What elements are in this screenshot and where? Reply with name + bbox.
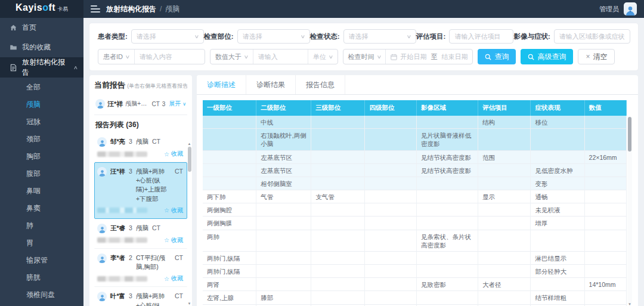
table-cell[interactable] [203, 177, 256, 190]
table-cell[interactable] [585, 203, 627, 217]
table-cell[interactable] [365, 265, 417, 278]
sidebar-subitem-7[interactable]: 鼻窦 [0, 200, 83, 217]
user-name[interactable]: 管理员 [599, 5, 619, 14]
clear-button[interactable]: × 清空 [578, 49, 615, 64]
compare-select[interactable]: 数值大于 ∨ [210, 50, 253, 64]
table-cell[interactable] [365, 278, 417, 291]
report-list-item-4[interactable]: 叶*富3颅脑+两肺+心脏(纵隔)+上腹部+下腹部CT☆收藏 [94, 287, 187, 306]
table-cell[interactable]: 见低密度水肿 [531, 164, 584, 177]
table-cell[interactable]: 见结节状高密度影 [417, 151, 478, 164]
expand-link[interactable]: 展开 ∨ [169, 100, 186, 108]
table-cell[interactable] [585, 129, 627, 150]
table-cell[interactable] [203, 129, 256, 150]
user-avatar[interactable] [624, 2, 637, 16]
table-cell[interactable]: 左肾,上腺 [203, 291, 256, 304]
report-list-item-2[interactable]: 王*睿3颅脑CT☆收藏 [94, 219, 187, 249]
table-cell[interactable] [365, 164, 417, 177]
sidebar-subitem-10[interactable]: 输尿管 [0, 252, 83, 269]
table-cell[interactable] [203, 151, 256, 164]
table-cell[interactable]: 大者径 [478, 278, 531, 291]
scroll-down-icon[interactable]: ▼ [627, 302, 632, 306]
table-cell[interactable] [311, 177, 365, 190]
table-cell[interactable]: 22×16mm [585, 151, 627, 164]
sidebar-subitem-0[interactable]: 全部 [0, 79, 83, 96]
table-cell[interactable] [417, 217, 478, 230]
table-cell[interactable] [311, 203, 365, 217]
value-input[interactable]: 请输入 [253, 50, 308, 64]
table-cell[interactable] [478, 291, 531, 304]
table-cell[interactable] [585, 116, 627, 129]
date-range-picker[interactable]: 开始日期 至 结束日期 [385, 50, 472, 64]
sidebar-item-favorites[interactable]: 我的收藏 [0, 38, 83, 57]
table-cell[interactable]: 两下肺 [203, 190, 256, 203]
table-cell[interactable] [365, 252, 417, 265]
table-cell[interactable]: 通畅 [531, 190, 584, 203]
table-cell[interactable] [311, 230, 365, 252]
report-list-item-1[interactable]: 汪*祥3颅脑+两肺+心脏(纵隔)+上腹部+下腹部CT☆收藏 [94, 162, 187, 219]
table-cell[interactable]: 部分轻肿大 [531, 265, 584, 278]
table-cell[interactable] [478, 164, 531, 177]
scrollbar-thumb[interactable] [188, 147, 191, 172]
table-cell[interactable] [311, 291, 365, 304]
table-cell[interactable] [256, 252, 311, 265]
table-cell[interactable]: 气管 [256, 190, 311, 203]
table-cell[interactable]: 两侧胸腔 [203, 203, 256, 217]
scroll-up-icon[interactable]: ▲ [187, 142, 191, 146]
filter-select-1[interactable]: 请选择∨ [237, 29, 310, 44]
sidebar-subitem-3[interactable]: 颈部 [0, 131, 83, 148]
table-cell[interactable] [365, 203, 417, 217]
table-cell[interactable]: 见片状脑脊液样低密度影 [417, 129, 478, 150]
table-cell[interactable]: 见致密影 [417, 278, 478, 291]
sidebar-item-structured-report[interactable]: 放射结构化报告 ∧ [0, 57, 83, 78]
table-cell[interactable] [417, 203, 478, 217]
table-cell[interactable] [478, 203, 531, 217]
table-cell[interactable] [585, 190, 627, 203]
table-cell[interactable] [311, 265, 365, 278]
sidebar-subitem-1[interactable]: 颅脑 [0, 96, 83, 113]
table-cell[interactable]: 两肺 [203, 230, 256, 252]
table-cell[interactable] [256, 203, 311, 217]
table-cell[interactable]: 未见积液 [531, 203, 584, 217]
filter-input-4[interactable]: 请输入区域影像或症状表现 [554, 29, 630, 44]
table-cell[interactable]: 左基底节区 [256, 164, 311, 177]
table-cell[interactable]: 范围 [478, 151, 531, 164]
table-cell[interactable] [203, 116, 256, 129]
table-cell[interactable] [585, 230, 627, 252]
table-cell[interactable] [478, 129, 531, 150]
table-cell[interactable]: 14*10mm [585, 278, 627, 291]
table-cell[interactable] [531, 230, 584, 252]
table-cell[interactable]: 见条索状、条片状高密度影 [417, 230, 478, 252]
table-cell[interactable]: 移位 [531, 116, 584, 129]
scrollbar-thumb[interactable] [628, 117, 631, 152]
table-cell[interactable] [311, 217, 365, 230]
table-cell[interactable] [365, 116, 417, 129]
table-cell[interactable] [365, 291, 417, 304]
filter-select-0[interactable]: 请选择∨ [131, 29, 204, 44]
table-cell[interactable] [311, 278, 365, 291]
unit-select[interactable]: 单位 ∨ [308, 50, 338, 64]
table-cell[interactable]: 结构 [478, 116, 531, 129]
table-cell[interactable] [417, 116, 478, 129]
table-cell[interactable] [256, 278, 311, 291]
table-cell[interactable] [417, 190, 478, 203]
table-cell[interactable]: 支气管 [311, 190, 365, 203]
table-cell[interactable] [585, 265, 627, 278]
table-cell[interactable] [256, 217, 311, 230]
table-cell[interactable] [478, 230, 531, 252]
advanced-search-button[interactable]: 高级查询 [521, 49, 573, 64]
table-cell[interactable] [478, 252, 531, 265]
table-cell[interactable] [531, 129, 584, 150]
table-cell[interactable] [478, 177, 531, 190]
sidebar-subitem-6[interactable]: 鼻咽 [0, 183, 83, 200]
time-field-select[interactable]: 检查时间 ∨ [343, 50, 386, 64]
favorite-button[interactable]: ☆收藏 [164, 236, 183, 245]
table-cell[interactable] [585, 177, 627, 190]
brand-logo[interactable]: Kayisoft 卡易 [0, 0, 83, 18]
table-cell[interactable] [311, 164, 365, 177]
table-cell[interactable] [256, 230, 311, 252]
menu-collapse-icon[interactable] [91, 5, 100, 13]
table-cell[interactable]: 左基底节区 [256, 151, 311, 164]
sidebar-subitem-5[interactable]: 腹部 [0, 165, 83, 183]
table-cell[interactable] [365, 177, 417, 190]
scroll-down-icon[interactable]: ▼ [187, 302, 191, 305]
